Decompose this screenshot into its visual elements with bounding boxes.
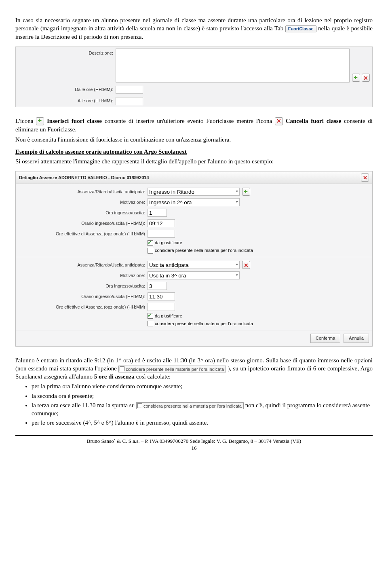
label-assenza-1: Assenza/Ritardo/Uscita anticipata: — [20, 189, 148, 195]
dialog-close-icon[interactable] — [361, 173, 369, 182]
descrizione-textarea[interactable] — [116, 49, 350, 82]
add-fuoriclasse-icon[interactable] — [352, 74, 360, 82]
ora-stepper-2[interactable] — [148, 282, 167, 290]
calculation-bullets: per la prima ora l'alunno viene consider… — [32, 382, 373, 427]
annulla-button[interactable]: Annulla — [344, 334, 369, 343]
example-heading: Esempio di calcolo assenze orarie automa… — [15, 148, 187, 155]
cancel-icon-inline — [275, 117, 283, 125]
assenza-select-2[interactable] — [148, 261, 240, 269]
label-ora-iu-2: Ora ingresso/uscita: — [20, 283, 148, 289]
label-considera-presente-2: considera presente nella materia per l'o… — [155, 321, 253, 327]
dalle-ore-input[interactable] — [116, 86, 143, 94]
note-no-combination: Non è consentita l'immissione di fuoricl… — [15, 135, 373, 144]
absence-section-2: Assenza/Ritardo/Uscita anticipata: Motiv… — [16, 257, 372, 330]
bullet-1: per la prima ora l'alunno viene consider… — [32, 382, 373, 390]
label-considera-presente-1: considera presente nella materia per l'o… — [155, 247, 253, 254]
orario-input-2[interactable] — [148, 292, 175, 300]
footer-line: Bruno Sanso` & C. S.a.s. – P. IVA 034997… — [15, 438, 373, 445]
after-dialog-paragraph: l'alunno è entrato in ritardo alle 9:12 … — [15, 356, 373, 381]
bullet-2: la seconda ora è presente; — [32, 392, 373, 400]
cancella-label: Cancella fuori classe — [286, 118, 342, 124]
ore-effettive-input-1[interactable] — [148, 230, 175, 238]
label-ore-eff-1: Ore effettive di Assenza (opzionale) (HH… — [20, 231, 148, 237]
delete-fuoriclasse-icon[interactable] — [362, 74, 370, 82]
add-absence-icon-1[interactable] — [242, 188, 250, 196]
fuoriclasse-form: Descrizione: Dalle ore (HH:MM): Alle ore… — [15, 47, 373, 107]
label-alle-ore: Alle ore (HH:MM): — [18, 98, 116, 104]
ore-effettive-input-2[interactable] — [148, 303, 175, 311]
label-motivazione-1: Motivazione: — [20, 199, 148, 205]
option-inline-2: considera presente nella materia per l'o… — [136, 402, 244, 409]
option-inline-1: considera presente nella materia per l'o… — [118, 366, 226, 372]
plus-icon-inline — [36, 117, 44, 125]
page-number: 16 — [15, 444, 373, 452]
label-motivazione-2: Motivazione: — [20, 273, 148, 279]
label-orario-1: Orario ingresso/uscita (HH:MM): — [20, 220, 148, 226]
label-ora-iu-1: Ora ingresso/uscita: — [20, 210, 148, 216]
label-giustificare-2: da giustificare — [155, 313, 182, 319]
five-hours-bold: 5 ore di assenza — [94, 373, 135, 380]
checkbox-considera-presente-1[interactable] — [148, 248, 153, 254]
inserisci-label: Inserisci fuori classe — [47, 118, 102, 124]
motivazione-select-1[interactable] — [148, 198, 240, 206]
label-assenza-2: Assenza/Ritardo/Uscita anticipata: — [20, 262, 148, 268]
fuoriclasse-tab[interactable]: FuoriClasse — [285, 25, 316, 32]
motivazione-select-2[interactable] — [148, 271, 240, 279]
icon-explanation: L'icona Inserisci fuori classe consente … — [15, 117, 373, 134]
checkbox-giustificare-2[interactable] — [148, 313, 153, 319]
page-footer: Bruno Sanso` & C. S.a.s. – P. IVA 034997… — [15, 435, 373, 452]
label-descrizione: Descrizione: — [18, 49, 116, 56]
ora-stepper-1[interactable] — [148, 209, 167, 217]
remove-absence-icon-2[interactable] — [242, 261, 250, 269]
label-giustificare-1: da giustificare — [155, 240, 182, 246]
label-orario-2: Orario ingresso/uscita (HH:MM): — [20, 294, 148, 300]
label-ore-eff-2: Ore effettive di Assenza (opzionale) (HH… — [20, 304, 148, 310]
intro-paragraph: In caso sia necessario segnare un alunno… — [15, 16, 373, 41]
orario-input-1[interactable] — [148, 219, 175, 227]
assenza-select-1[interactable] — [148, 188, 240, 196]
bullet-3: la terza ora esce alle 11.30 ma la spunt… — [32, 401, 373, 418]
label-dalle-ore: Dalle ore (HH:MM): — [18, 87, 116, 93]
checkbox-giustificare-1[interactable] — [148, 240, 153, 246]
bullet-4: per le ore successive (4^, 5^ e 6^) l'al… — [32, 419, 373, 427]
alle-ore-input[interactable] — [116, 97, 143, 105]
checkbox-considera-presente-2[interactable] — [148, 321, 153, 326]
dialog-title: Dettaglio Assenze ADORNETTO VALERIO - Gi… — [19, 175, 149, 181]
example-intro: Si osservi attentamente l'immagine che r… — [15, 157, 373, 165]
dettaglio-assenze-dialog: Dettaglio Assenze ADORNETTO VALERIO - Gi… — [15, 171, 373, 346]
conferma-button[interactable]: Conferma — [310, 334, 340, 343]
absence-section-1: Assenza/Ritardo/Uscita anticipata: Motiv… — [16, 184, 372, 257]
